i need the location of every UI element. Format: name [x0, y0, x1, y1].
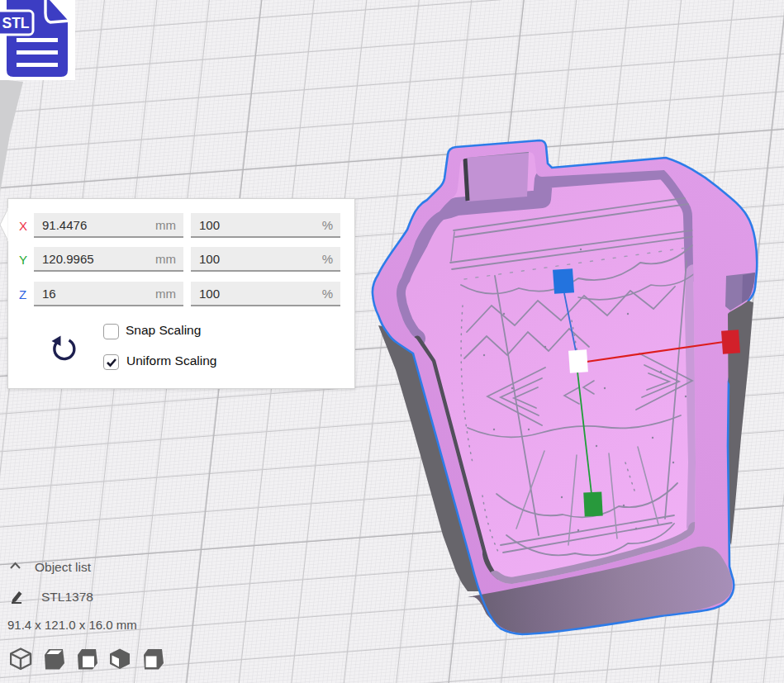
- svg-text:STL: STL: [2, 15, 30, 31]
